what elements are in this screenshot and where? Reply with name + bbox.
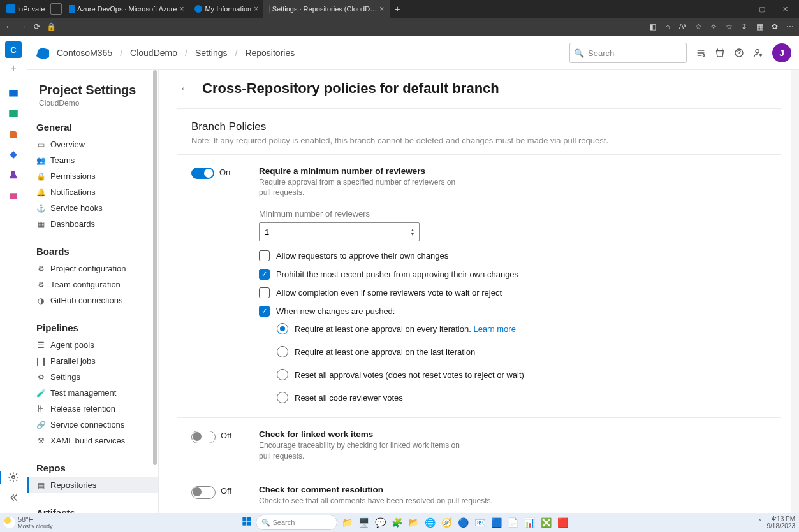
start-button[interactable] (242, 516, 252, 529)
nav-permissions[interactable]: 🔒Permissions (27, 168, 158, 184)
nav-team-config[interactable]: ⚙Team configuration (27, 277, 158, 292)
pipelines-icon[interactable] (4, 146, 22, 164)
taskbar-app-icon[interactable]: 🖥️ (358, 516, 370, 529)
minimize-button[interactable]: — (728, 5, 751, 13)
taskbar-app-icon[interactable]: 🟦 (490, 516, 503, 529)
repos-icon[interactable] (4, 126, 22, 143)
weather-widget[interactable]: 58°F Mostly cloudy (4, 515, 53, 529)
artifacts-icon[interactable] (4, 187, 22, 205)
toggle-reviewers[interactable] (191, 168, 214, 179)
taskbar-app-icon[interactable]: 💬 (374, 516, 387, 529)
nav-agent-pools[interactable]: ☰Agent pools (27, 337, 158, 353)
text-icon[interactable]: Aᵃ (678, 22, 688, 32)
nav-teams[interactable]: 👥Teams (27, 152, 158, 168)
nav-overview[interactable]: ▭Overview (27, 136, 158, 152)
close-icon[interactable]: × (254, 4, 258, 13)
nav-notifications[interactable]: 🔔Notifications (27, 184, 158, 200)
close-icon[interactable]: × (179, 4, 184, 13)
nav-pl-settings[interactable]: ⚙Settings (27, 369, 158, 385)
nav-test-management[interactable]: 🧪Test management (27, 385, 158, 401)
back-button[interactable]: ← (177, 80, 193, 97)
collections-icon[interactable]: ✿ (770, 22, 780, 32)
user-settings-icon[interactable] (753, 48, 763, 58)
browser-tab[interactable]: My Information × (189, 0, 264, 18)
new-tab-button[interactable]: + (390, 4, 405, 14)
taskbar-app-icon[interactable]: 📂 (407, 516, 420, 529)
new-project-button[interactable]: + (6, 61, 21, 76)
work-items-icon[interactable] (4, 105, 22, 123)
refresh-icon[interactable]: ⟳ (32, 22, 42, 32)
taskbar-app-icon[interactable]: 📧 (474, 516, 487, 529)
download-icon[interactable]: ↧ (739, 22, 749, 32)
maximize-button[interactable]: ▢ (751, 5, 773, 13)
learn-more-link[interactable]: Learn more (473, 324, 515, 334)
cbx-prohibit-pusher[interactable]: ✓ (259, 269, 270, 280)
cbx-allow-requestors[interactable] (259, 250, 270, 261)
taskbar-app-icon[interactable]: 🧩 (391, 516, 404, 529)
nav-service-hooks[interactable]: ⚓Service hooks (27, 200, 158, 216)
nav-repositories[interactable]: ▤Repositories (27, 477, 158, 493)
radio-reset-no-reject[interactable] (277, 369, 288, 380)
close-window-button[interactable]: ✕ (773, 5, 796, 13)
search-input[interactable]: 🔍 Search (569, 43, 687, 63)
crumb-settings[interactable]: Settings (195, 48, 228, 58)
taskbar-app-icon[interactable]: 🧭 (441, 516, 453, 529)
spin-up-icon[interactable]: ▲ (406, 227, 419, 232)
ext-icon[interactable]: ◧ (647, 22, 657, 32)
project-settings-icon[interactable] (4, 468, 22, 486)
avatar[interactable]: J (772, 43, 791, 62)
nav-xaml-build[interactable]: ⚒XAML build services (27, 433, 158, 449)
radio-last-iteration[interactable] (277, 346, 288, 357)
nav-release-retention[interactable]: 🗄Release retention (27, 401, 158, 417)
min-reviewers-input[interactable]: ▲ ▼ (259, 222, 420, 241)
browser-tab[interactable]: Settings · Repositories (CloudD… × (264, 0, 390, 18)
market-icon[interactable] (715, 48, 725, 58)
project-tile[interactable]: C (5, 41, 22, 58)
taskbar-app-icon[interactable]: 📁 (341, 516, 354, 529)
fav-icon[interactable]: ☆ (724, 22, 734, 32)
taskbar-app-icon[interactable]: ❎ (540, 516, 553, 529)
close-icon[interactable]: × (379, 4, 384, 13)
filter-icon[interactable] (696, 48, 706, 58)
system-tray[interactable]: ˄ 4:13 PM 9/18/2023 (758, 515, 796, 530)
more-icon[interactable]: ⋯ (785, 22, 795, 32)
tab-actions-icon[interactable] (50, 3, 62, 15)
radio-reset-all[interactable] (277, 392, 288, 403)
boards-icon[interactable] (4, 85, 22, 103)
toggle-linked-items[interactable] (191, 431, 216, 443)
ext2-icon[interactable]: ✧ (708, 22, 719, 32)
collapse-rail-icon[interactable] (4, 489, 22, 507)
svg-rect-8 (242, 517, 246, 521)
nav-github-connections[interactable]: ◑GitHub connections (27, 292, 158, 308)
taskbar-app-icon[interactable]: 🟥 (557, 516, 569, 529)
taskbar-app-icon[interactable]: 🌐 (424, 516, 437, 529)
browser-tab[interactable]: Azure DevOps · Microsoft Azure × (64, 0, 189, 18)
min-reviewers-value[interactable] (260, 227, 406, 237)
nav-project-config[interactable]: ⚙Project configuration (27, 261, 158, 277)
spin-down-icon[interactable]: ▼ (406, 232, 419, 236)
nav-dashboards[interactable]: ▦Dashboards (27, 216, 158, 232)
star-icon[interactable]: ☆ (693, 22, 703, 32)
nav-service-connections[interactable]: 🔗Service connections (27, 417, 158, 433)
apps-icon[interactable]: ▦ (754, 22, 765, 32)
lock-icon[interactable]: 🔒 (46, 22, 56, 32)
back-icon[interactable]: ← (4, 22, 14, 32)
help-icon[interactable] (734, 48, 744, 58)
crumb-project[interactable]: CloudDemo (130, 48, 177, 58)
nav-parallel-jobs[interactable]: ❙❙Parallel jobs (27, 353, 158, 369)
taskbar-search[interactable]: 🔍 Search (256, 515, 337, 530)
taskbar-app-icon[interactable]: 📄 (507, 516, 520, 529)
main-scrollbar-track[interactable] (791, 70, 799, 513)
basket-icon[interactable]: ⌂ (663, 22, 673, 32)
cbx-allow-completion[interactable] (259, 287, 270, 298)
taskbar-app-icon[interactable]: 🔵 (457, 516, 470, 529)
crumb-repos[interactable]: Repositories (245, 48, 295, 58)
toggle-comment-res[interactable] (191, 486, 216, 499)
azure-devops-logo[interactable] (35, 45, 50, 61)
sidebar-scrollbar[interactable] (153, 70, 157, 465)
test-plans-icon[interactable] (4, 166, 22, 184)
radio-every-iteration[interactable] (277, 323, 288, 334)
cbx-when-new[interactable]: ✓ (259, 306, 270, 317)
taskbar-app-icon[interactable]: 📊 (524, 516, 536, 529)
crumb-org[interactable]: ContosoM365 (57, 48, 112, 58)
